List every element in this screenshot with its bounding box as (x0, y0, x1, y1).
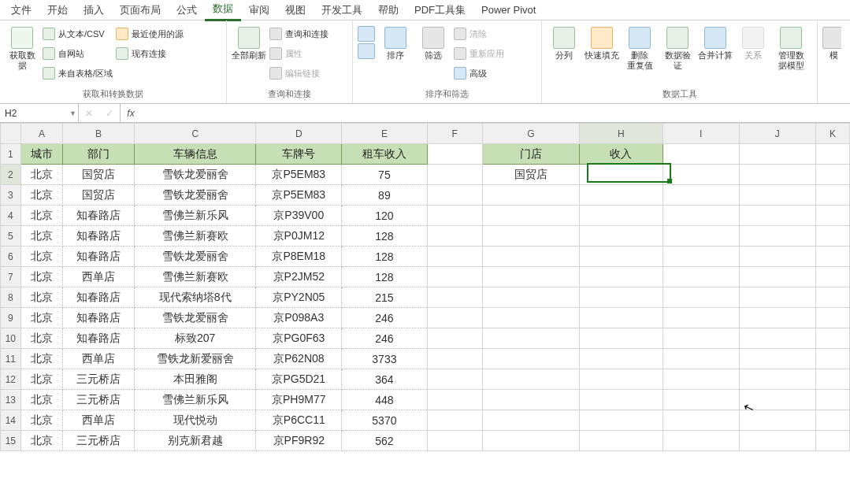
cell-D9[interactable]: 京P098A3 (256, 308, 342, 328)
cell-J9[interactable] (739, 308, 815, 328)
formula-input[interactable] (141, 104, 850, 122)
tab-pdf[interactable]: PDF工具集 (406, 0, 473, 20)
cell-B3[interactable]: 国贸店 (63, 185, 135, 206)
cell-D4[interactable]: 京P39V00 (256, 206, 342, 226)
cell-K9[interactable] (815, 308, 849, 328)
cell-J1[interactable] (739, 144, 815, 165)
cell-C11[interactable]: 雪铁龙新爱丽舍 (135, 349, 256, 369)
cell-J10[interactable] (739, 328, 815, 349)
remove-dup-button[interactable]: 删除 重复值 (622, 25, 657, 71)
sort-button[interactable]: 排序 (378, 25, 413, 61)
cell-B15[interactable]: 三元桥店 (63, 431, 135, 451)
properties-button[interactable]: 属性 (269, 45, 328, 62)
cell-C13[interactable]: 雪佛兰新乐风 (135, 390, 256, 410)
cell-E6[interactable]: 128 (342, 246, 427, 267)
col-header-A[interactable]: A (20, 124, 62, 144)
cell-C10[interactable]: 标致207 (135, 328, 256, 349)
row-header-12[interactable]: 12 (1, 369, 21, 390)
cell-I3[interactable] (663, 185, 739, 206)
cell-I15[interactable] (663, 431, 739, 451)
cell-J7[interactable] (739, 267, 815, 287)
cell-C8[interactable]: 现代索纳塔8代 (135, 287, 256, 308)
cell-J3[interactable] (739, 185, 815, 206)
col-header-B[interactable]: B (63, 124, 135, 144)
cell-F1[interactable] (427, 144, 482, 165)
cell-K5[interactable] (815, 226, 849, 246)
cell-G11[interactable] (482, 349, 579, 369)
row-header-4[interactable]: 4 (1, 206, 21, 226)
cell-D3[interactable]: 京P5EM83 (256, 185, 342, 206)
row-header-3[interactable]: 3 (1, 185, 21, 206)
advanced-filter-button[interactable]: 高级 (454, 65, 504, 82)
cell-A2[interactable]: 北京 (20, 165, 62, 185)
cell-A7[interactable]: 北京 (20, 267, 62, 287)
col-header-C[interactable]: C (135, 124, 256, 144)
cell-H7[interactable] (580, 267, 663, 287)
data-model-button[interactable]: 管理数 据模型 (774, 25, 808, 71)
cell-D15[interactable]: 京PF9R92 (256, 431, 342, 451)
cell-B2[interactable]: 国贸店 (63, 165, 135, 185)
cell-A8[interactable]: 北京 (20, 287, 62, 308)
cell-K4[interactable] (815, 206, 849, 226)
data-validation-button[interactable]: 数据验 证 (660, 25, 695, 71)
col-header-D[interactable]: D (256, 124, 342, 144)
row-header-15[interactable]: 15 (1, 431, 21, 451)
queries-conn-button[interactable]: 查询和连接 (269, 25, 328, 43)
cell-K3[interactable] (815, 185, 849, 206)
cell-K7[interactable] (815, 267, 849, 287)
cell-C3[interactable]: 雪铁龙爱丽舍 (135, 185, 256, 206)
cell-I10[interactable] (663, 328, 739, 349)
cell-A13[interactable]: 北京 (20, 390, 62, 410)
cell-K12[interactable] (815, 369, 849, 390)
cell-F3[interactable] (427, 185, 482, 206)
from-csv-button[interactable]: 从文本/CSV (43, 25, 113, 43)
cell-H13[interactable] (580, 390, 663, 410)
cell-C5[interactable]: 雪佛兰新赛欧 (135, 226, 256, 246)
tab-view[interactable]: 视图 (277, 0, 314, 20)
reapply-button[interactable]: 重新应用 (454, 45, 504, 62)
tab-insert[interactable]: 插入 (76, 0, 112, 20)
cell-H8[interactable] (580, 287, 663, 308)
cell-B8[interactable]: 知春路店 (63, 287, 135, 308)
cell-A9[interactable]: 北京 (20, 308, 62, 328)
cell-A12[interactable]: 北京 (20, 369, 62, 390)
cell-J5[interactable] (739, 226, 815, 246)
cell-J6[interactable] (739, 246, 815, 267)
cell-G14[interactable] (482, 410, 579, 431)
cell-F4[interactable] (427, 206, 482, 226)
cell-E2[interactable]: 75 (342, 165, 427, 185)
cell-B1[interactable]: 部门 (63, 144, 135, 165)
text-to-columns-button[interactable]: 分列 (547, 25, 581, 61)
cell-C9[interactable]: 雪铁龙爱丽舍 (135, 308, 256, 328)
cell-I5[interactable] (663, 226, 739, 246)
row-header-1[interactable]: 1 (1, 144, 21, 165)
cell-E4[interactable]: 120 (342, 206, 427, 226)
cell-C2[interactable]: 雪铁龙爱丽舍 (135, 165, 256, 185)
cell-A14[interactable]: 北京 (20, 410, 62, 431)
cell-A11[interactable]: 北京 (20, 349, 62, 369)
confirm-icon[interactable]: ✓ (99, 108, 120, 119)
cell-H10[interactable] (580, 328, 663, 349)
cell-K2[interactable] (815, 165, 849, 185)
cell-H3[interactable] (580, 185, 663, 206)
cell-D7[interactable]: 京P2JM52 (256, 267, 342, 287)
tab-dev[interactable]: 开发工具 (314, 0, 370, 20)
cell-D8[interactable]: 京PY2N05 (256, 287, 342, 308)
row-header-7[interactable]: 7 (1, 267, 21, 287)
sort-desc-button[interactable] (358, 43, 375, 60)
cell-G13[interactable] (482, 390, 579, 410)
cell-A10[interactable]: 北京 (20, 328, 62, 349)
cell-F5[interactable] (427, 226, 482, 246)
row-header-11[interactable]: 11 (1, 349, 21, 369)
cell-F10[interactable] (427, 328, 482, 349)
chevron-down-icon[interactable]: ▼ (69, 109, 76, 117)
cell-D5[interactable]: 京P0JM12 (256, 226, 342, 246)
cell-K14[interactable] (815, 410, 849, 431)
cell-G2[interactable]: 国贸店 (482, 165, 579, 185)
cell-H2[interactable] (580, 165, 663, 185)
cell-I9[interactable] (663, 308, 739, 328)
cell-K1[interactable] (815, 144, 849, 165)
tab-layout[interactable]: 页面布局 (112, 0, 169, 20)
cell-F12[interactable] (427, 369, 482, 390)
tab-file[interactable]: 文件 (3, 0, 39, 20)
